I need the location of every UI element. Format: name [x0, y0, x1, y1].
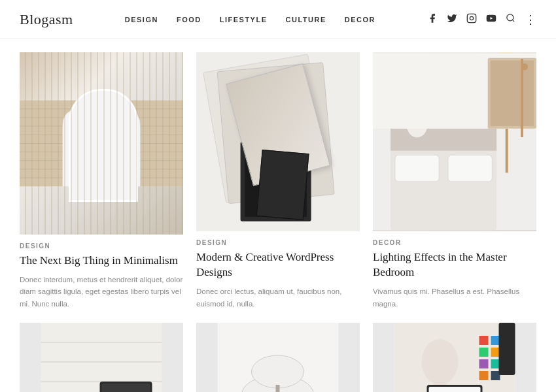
article-card-2: DESIGN Modern & Creative WordPress Desig… — [196, 52, 360, 310]
svg-point-66 — [422, 339, 459, 385]
more-menu-icon[interactable]: ⋮ — [525, 12, 536, 27]
article-card-3: DECOR Lighting Effects in the Master Bed… — [373, 52, 536, 310]
svg-rect-27 — [395, 155, 440, 182]
article-3-excerpt: Vivamus quis mi. Phasellus a est. Phasel… — [373, 286, 536, 310]
article-grid: DESIGN The Next Big Thing in Minimalism … — [20, 52, 536, 310]
article-grid-row2 — [20, 323, 536, 392]
svg-rect-21 — [217, 63, 334, 204]
nav-decor[interactable]: DECOR — [345, 16, 375, 24]
article-1-excerpt: Donec interdum, metus et hendrerit aliqu… — [20, 274, 183, 310]
article-card-1: DESIGN The Next Big Thing in Minimalism … — [20, 52, 183, 310]
svg-rect-73 — [479, 348, 489, 357]
svg-rect-78 — [491, 371, 500, 380]
article-card-5 — [196, 323, 360, 392]
svg-rect-16 — [71, 131, 131, 187]
article-2-category: DESIGN — [196, 239, 360, 246]
article-2-image[interactable] — [196, 52, 360, 231]
article-3-category: DECOR — [373, 239, 536, 246]
search-icon[interactable] — [506, 13, 515, 25]
main-nav: DESIGN FOOD LIFESTYLE CULTURE DECOR — [125, 16, 375, 24]
svg-rect-28 — [448, 155, 493, 182]
svg-rect-18 — [101, 158, 103, 163]
svg-rect-0 — [467, 14, 476, 22]
article-1-title[interactable]: The Next Big Thing in Minimalism — [20, 253, 183, 269]
youtube-icon[interactable] — [486, 13, 496, 26]
site-logo[interactable]: Blogasm — [20, 11, 73, 28]
svg-point-1 — [470, 16, 473, 20]
article-5-image[interactable] — [196, 323, 360, 392]
svg-rect-52 — [102, 384, 150, 392]
main-content: DESIGN The Next Big Thing in Minimalism … — [0, 39, 556, 392]
svg-point-17 — [99, 154, 104, 159]
nav-design[interactable]: DESIGN — [125, 16, 158, 24]
article-2-excerpt: Donec orci lectus, aliquam ut, faucibus … — [196, 286, 360, 310]
svg-rect-70 — [429, 387, 481, 392]
svg-rect-74 — [491, 348, 500, 357]
site-header: Blogasm DESIGN FOOD LIFESTYLE CULTURE DE… — [0, 0, 556, 39]
social-icons: ⋮ — [427, 12, 536, 27]
svg-rect-5 — [20, 101, 183, 187]
svg-line-4 — [512, 20, 514, 22]
svg-rect-75 — [479, 359, 489, 368]
twitter-icon[interactable] — [447, 13, 457, 26]
svg-rect-23 — [245, 146, 307, 217]
article-6-image[interactable] — [373, 323, 536, 392]
nav-food[interactable]: FOOD — [177, 16, 201, 24]
svg-rect-77 — [479, 371, 489, 380]
nav-culture[interactable]: CULTURE — [286, 16, 326, 24]
svg-rect-72 — [491, 336, 500, 345]
article-3-title[interactable]: Lighting Effects in the Master Bedroom — [373, 250, 536, 280]
article-card-4 — [20, 323, 183, 392]
article-2-title[interactable]: Modern & Creative WordPress Designs — [196, 250, 360, 280]
instagram-icon[interactable] — [466, 13, 477, 26]
svg-rect-6 — [20, 101, 183, 187]
svg-rect-60 — [276, 385, 280, 392]
nav-lifestyle[interactable]: LIFESTYLE — [220, 16, 268, 24]
svg-rect-79 — [499, 323, 515, 375]
article-card-6 — [373, 323, 536, 392]
svg-rect-76 — [491, 359, 500, 368]
facebook-icon[interactable] — [427, 13, 438, 26]
svg-rect-71 — [479, 336, 489, 345]
svg-point-3 — [507, 14, 513, 21]
article-4-image[interactable] — [20, 323, 183, 392]
article-3-image[interactable] — [373, 52, 536, 231]
svg-point-59 — [252, 355, 304, 388]
article-1-image[interactable] — [20, 52, 183, 235]
article-1-category: DESIGN — [20, 242, 183, 250]
svg-rect-35 — [491, 61, 534, 126]
